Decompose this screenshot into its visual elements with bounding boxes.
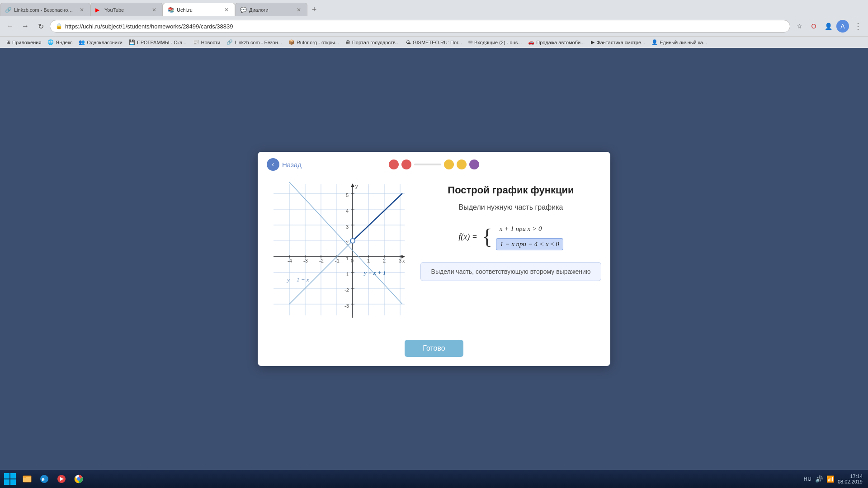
formula-case-2: 1 − x при − 4 < x ≤ 0	[496, 238, 563, 250]
bookmark-auto[interactable]: 🚗 Продажа автомоби...	[525, 38, 587, 46]
back-nav-button[interactable]: ←	[4, 20, 16, 33]
bookmark-portal[interactable]: 🏛 Портал государств...	[343, 39, 402, 46]
taskbar-chrome[interactable]	[71, 471, 87, 487]
graph-label-y1mx: y = 1 − x	[286, 276, 309, 283]
bookmark-star-icon[interactable]: ☆	[793, 20, 806, 33]
svg-rect-55	[10, 479, 16, 485]
svg-text:2: 2	[383, 258, 386, 263]
card-body: x y -4 -3 -2 -1 0 1 2	[258, 175, 610, 335]
tab-uchiru[interactable]: 📚 Uchi.ru ✕	[163, 3, 235, 16]
tab-label-uchiru: Uchi.ru	[177, 7, 220, 13]
url-bar[interactable]: 🔒 https://uchi.ru/subject/1/students/hom…	[50, 20, 790, 33]
bookmarks-bar: ⊞ Приложения 🌐 Яндекс 👥 Одноклассники 💾 …	[0, 36, 868, 48]
reload-button[interactable]: ↻	[34, 20, 47, 33]
svg-text:1: 1	[346, 256, 349, 261]
graph-line-x1	[353, 193, 402, 241]
clock-date: 08.02.2019	[838, 479, 863, 484]
gismeteo-favicon: 🌤	[406, 40, 411, 45]
bookmark-gismeteo[interactable]: 🌤 GISMETEO.RU: Пог...	[403, 39, 465, 46]
svg-text:1: 1	[367, 258, 370, 263]
svg-rect-53	[10, 473, 16, 479]
bookmark-mail[interactable]: ✉ Входящие (2) - dus...	[466, 38, 524, 46]
bookmark-news[interactable]: 📰 Новости	[190, 38, 223, 46]
svg-rect-52	[4, 473, 9, 479]
svg-text:-4: -4	[288, 258, 292, 263]
graph-area: x y -4 -3 -2 -1 0 1 2	[267, 180, 411, 326]
tab-youtube[interactable]: ▶ YouTube ✕	[90, 3, 163, 16]
svg-marker-19	[351, 183, 354, 187]
svg-text:0: 0	[351, 258, 354, 263]
apps-icon: ⊞	[6, 39, 10, 45]
profile-icon[interactable]: 👤	[822, 20, 835, 33]
card-footer: Готово	[258, 335, 610, 366]
taskbar-clock: 17:14 08.02.2019	[838, 474, 863, 484]
menu-dots-icon[interactable]: ⋮	[852, 20, 864, 33]
bookmark-apps[interactable]: ⊞ Приложения	[4, 38, 44, 46]
bookmark-yandex-label: Яндекс	[56, 40, 72, 45]
taskbar-media[interactable]	[53, 471, 70, 487]
progress-dot-5	[469, 160, 479, 169]
back-label: Назад	[282, 161, 302, 169]
svg-text:-1: -1	[335, 258, 340, 263]
bookmark-ok[interactable]: 👥 Одноклассники	[76, 38, 125, 46]
bookmark-mail-label: Входящие (2) - dus...	[474, 40, 522, 45]
big-brace: {	[482, 226, 492, 248]
bookmark-gismeteo-label: GISMETEO.RU: Пог...	[413, 40, 462, 45]
tab-dialogi[interactable]: 💬 Диалоги ✕	[235, 3, 307, 16]
new-tab-button[interactable]: +	[307, 3, 321, 16]
taskbar-explorer[interactable]	[19, 471, 35, 487]
graph-origin-circle	[350, 239, 355, 243]
toolbar-icons: ☆ O 👤 A	[793, 20, 849, 33]
graph-line-1mx	[289, 182, 402, 304]
svg-text:4: 4	[346, 208, 349, 214]
progress-dot-2	[401, 160, 411, 169]
portal-favicon: 🏛	[345, 40, 350, 45]
svg-text:3: 3	[346, 224, 349, 230]
bookmark-programs[interactable]: 💾 ПРОГРАММЫ - Ска...	[126, 38, 189, 46]
start-button[interactable]	[2, 471, 18, 487]
address-bar: ← → ↻ 🔒 https://uchi.ru/subject/1/studen…	[0, 16, 868, 36]
svg-text:3: 3	[399, 258, 401, 263]
done-button[interactable]: Готово	[405, 340, 463, 357]
formula-cases: x + 1 при x > 0 1 − x при − 4 < x ≤ 0	[496, 223, 563, 250]
bookmark-account[interactable]: 👤 Единый личный ка...	[649, 38, 710, 46]
movies-favicon: ▶	[591, 39, 594, 45]
ok-favicon: 👥	[79, 39, 85, 45]
taskbar-ie[interactable]: e	[36, 471, 52, 487]
tab-close-dialogi[interactable]: ✕	[295, 7, 302, 13]
svg-text:x: x	[402, 258, 405, 263]
svg-text:-3: -3	[344, 303, 349, 309]
tab-label-linkzb: Linkzb.com - Безопасное поль...	[14, 7, 75, 13]
bookmark-programs-label: ПРОГРАММЫ - Ска...	[137, 40, 187, 45]
bookmark-rutor[interactable]: 📦 Rutor.org - откры...	[286, 38, 342, 46]
forward-nav-button[interactable]: →	[19, 20, 32, 33]
browser-chrome: 🔗 Linkzb.com - Безопасное поль... ✕ ▶ Yo…	[0, 0, 868, 36]
task-card: ‹ Назад	[258, 152, 610, 366]
url-text: https://uchi.ru/subject/1/students/homew…	[65, 23, 233, 30]
yandex-favicon: 🌐	[47, 39, 54, 45]
taskbar: e RU 🔊 📶 17:14 08.02.2019	[0, 470, 868, 488]
tab-favicon-youtube: ▶	[95, 7, 102, 13]
bookmark-linkzb[interactable]: 🔗 Linkzb.com - Безон...	[224, 38, 285, 46]
graph-svg[interactable]: x y -4 -3 -2 -1 0 1 2	[267, 180, 411, 324]
bookmark-yandex[interactable]: 🌐 Яндекс	[45, 38, 75, 46]
svg-text:-1: -1	[344, 272, 349, 277]
account-circle-icon[interactable]: A	[836, 20, 849, 33]
opera-icon[interactable]: O	[807, 20, 820, 33]
tab-close-youtube[interactable]: ✕	[151, 7, 158, 13]
tab-label-youtube: YouTube	[104, 7, 148, 13]
tab-linkzb[interactable]: 🔗 Linkzb.com - Безопасное поль... ✕	[0, 3, 90, 16]
tab-close-uchiru[interactable]: ✕	[223, 7, 230, 13]
svg-text:e: e	[42, 476, 45, 483]
bookmark-movies-label: Фантастика смотре...	[596, 40, 645, 45]
bookmark-movies[interactable]: ▶ Фантастика смотре...	[588, 38, 648, 46]
right-panel: Построй график функции Выдели нужную час…	[420, 180, 601, 326]
tab-favicon-dialogi: 💬	[240, 7, 246, 13]
lock-icon: 🔒	[56, 23, 62, 29]
tab-close-linkzb[interactable]: ✕	[78, 7, 85, 13]
bookmark-linkzb-label: Linkzb.com - Безон...	[235, 40, 282, 45]
tab-bar: 🔗 Linkzb.com - Безопасное поль... ✕ ▶ Yo…	[0, 0, 868, 16]
auto-favicon: 🚗	[528, 39, 534, 45]
news-favicon: 📰	[193, 39, 199, 45]
back-button[interactable]: ‹ Назад	[267, 158, 302, 171]
